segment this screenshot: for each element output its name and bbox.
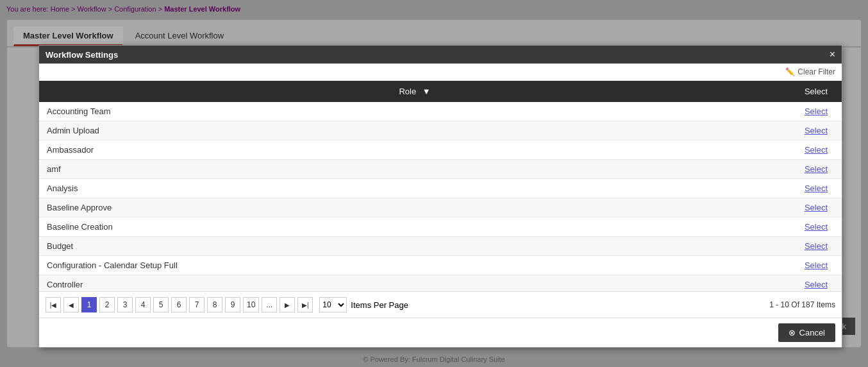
select-button-5[interactable]: Select xyxy=(805,203,828,212)
roles-table: Role ▼ Select Accounting TeamSelectAdmin… xyxy=(39,81,842,291)
select-button-1[interactable]: Select xyxy=(805,126,828,135)
table-cell-select: Select xyxy=(790,102,842,121)
table-cell-select: Select xyxy=(790,198,842,218)
table-cell-select: Select xyxy=(790,256,842,275)
table-row: Baseline ApproveSelect xyxy=(39,198,842,218)
table-cell-select: Select xyxy=(790,237,842,256)
page-first-button[interactable]: |◀ xyxy=(46,297,61,312)
page-4-button[interactable]: 4 xyxy=(135,297,151,312)
page-3-button[interactable]: 3 xyxy=(117,297,133,312)
filter-icon: ✏️ xyxy=(785,67,795,76)
table-row: amfSelect xyxy=(39,160,842,179)
select-button-9[interactable]: Select xyxy=(805,280,828,289)
column-header-select: Select xyxy=(790,81,842,102)
page-footer: © Powered By: Fulcrum Digital Culinary S… xyxy=(0,355,868,363)
page-10-button[interactable]: 10 xyxy=(243,297,259,312)
table-row: AnalysisSelect xyxy=(39,179,842,198)
column-header-role: Role ▼ xyxy=(39,81,790,102)
page-7-button[interactable]: 7 xyxy=(189,297,204,312)
page-1-button[interactable]: 1 xyxy=(81,297,97,312)
pagination-info: 1 - 10 Of 187 Items xyxy=(769,300,835,309)
table-cell-role: Baseline Approve xyxy=(39,198,790,218)
page-ellipsis: ... xyxy=(262,297,277,312)
select-button-3[interactable]: Select xyxy=(805,164,828,174)
table-row: ControllerSelect xyxy=(39,275,842,292)
table-cell-role: amf xyxy=(39,160,790,179)
page-6-button[interactable]: 6 xyxy=(171,297,187,312)
page-next-button[interactable]: ▶ xyxy=(280,297,295,312)
table-cell-select: Select xyxy=(790,275,842,292)
table-row: Accounting TeamSelect xyxy=(39,102,842,121)
table-cell-select: Select xyxy=(790,121,842,141)
table-row: Admin UploadSelect xyxy=(39,121,842,141)
page-5-button[interactable]: 5 xyxy=(153,297,169,312)
select-button-2[interactable]: Select xyxy=(805,145,828,155)
table-cell-role: Budget xyxy=(39,237,790,256)
table-cell-select: Select xyxy=(790,160,842,179)
table-header-row: Role ▼ Select xyxy=(39,81,842,102)
table-cell-select: Select xyxy=(790,218,842,237)
select-button-6[interactable]: Select xyxy=(805,222,828,232)
table-cell-role: Controller xyxy=(39,275,790,292)
table-cell-role: Admin Upload xyxy=(39,121,790,141)
table-cell-role: Baseline Creation xyxy=(39,218,790,237)
cancel-icon: ⊗ xyxy=(789,328,796,337)
page-last-button[interactable]: ▶| xyxy=(297,297,313,312)
select-button-0[interactable]: Select xyxy=(805,107,828,116)
workflow-settings-dialog: Workflow Settings × ✏️ Clear Filter Role… xyxy=(38,45,842,348)
filter-funnel-icon[interactable]: ▼ xyxy=(422,87,431,96)
table-row: Configuration - Calendar Setup FullSelec… xyxy=(39,256,842,275)
table-cell-role: Configuration - Calendar Setup Full xyxy=(39,256,790,275)
select-button-8[interactable]: Select xyxy=(805,260,828,270)
table-row: BudgetSelect xyxy=(39,237,842,256)
dialog-title: Workflow Settings xyxy=(46,50,118,60)
page-2-button[interactable]: 2 xyxy=(99,297,115,312)
clear-filter-button[interactable]: ✏️ Clear Filter xyxy=(785,67,835,76)
dialog-header: Workflow Settings × xyxy=(39,46,842,64)
dialog-footer: ⊗ Cancel xyxy=(39,318,842,347)
table-row: Baseline CreationSelect xyxy=(39,218,842,237)
cancel-button[interactable]: ⊗ Cancel xyxy=(778,323,835,342)
dialog-close-button[interactable]: × xyxy=(830,49,835,60)
items-per-page-control: 10 25 50 100 Items Per Page xyxy=(319,297,408,312)
table-cell-select: Select xyxy=(790,141,842,160)
page-prev-button[interactable]: ◀ xyxy=(63,297,79,312)
select-button-7[interactable]: Select xyxy=(805,241,828,251)
clear-filter-label: Clear Filter xyxy=(797,67,835,76)
items-per-page-label: Items Per Page xyxy=(351,300,408,310)
table-container: Role ▼ Select Accounting TeamSelectAdmin… xyxy=(39,81,842,291)
clear-filter-row: ✏️ Clear Filter xyxy=(39,64,842,81)
table-row: AmbassadorSelect xyxy=(39,141,842,160)
select-button-4[interactable]: Select xyxy=(805,184,828,193)
table-cell-role: Accounting Team xyxy=(39,102,790,121)
pagination-bar: |◀ ◀ 1 2 3 4 5 6 7 8 9 10 ... ▶ ▶| 10 25… xyxy=(39,291,842,318)
dialog-body: ✏️ Clear Filter Role ▼ Select Accountin xyxy=(39,64,842,318)
cancel-label: Cancel xyxy=(799,328,825,337)
page-8-button[interactable]: 8 xyxy=(207,297,222,312)
table-cell-role: Ambassador xyxy=(39,141,790,160)
table-body: Accounting TeamSelectAdmin UploadSelectA… xyxy=(39,102,842,291)
items-per-page-select[interactable]: 10 25 50 100 xyxy=(319,297,347,312)
page-9-button[interactable]: 9 xyxy=(225,297,240,312)
table-cell-role: Analysis xyxy=(39,179,790,198)
table-cell-select: Select xyxy=(790,179,842,198)
